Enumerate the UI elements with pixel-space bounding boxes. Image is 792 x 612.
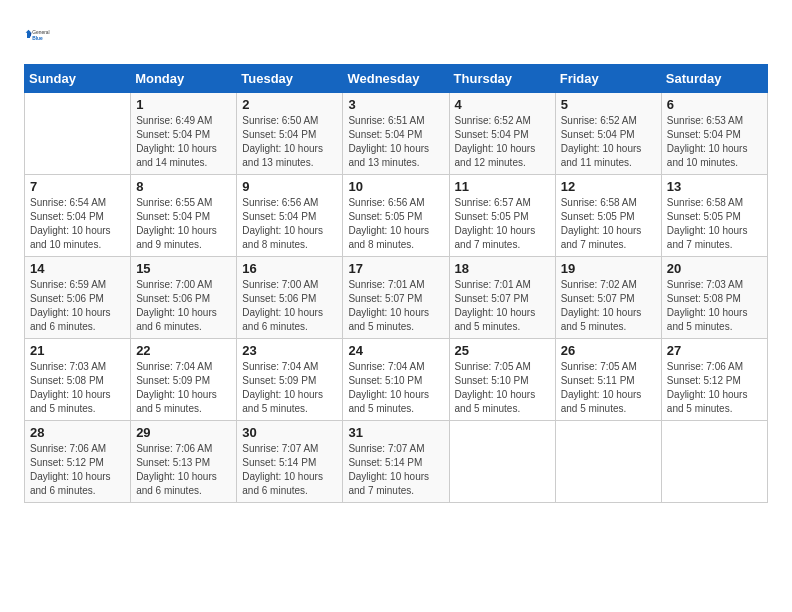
day-detail: Sunrise: 6:58 AM Sunset: 5:05 PM Dayligh… <box>667 196 762 252</box>
day-detail: Sunrise: 7:01 AM Sunset: 5:07 PM Dayligh… <box>348 278 443 334</box>
calendar-cell: 19Sunrise: 7:02 AM Sunset: 5:07 PM Dayli… <box>555 257 661 339</box>
day-number: 31 <box>348 425 443 440</box>
day-number: 2 <box>242 97 337 112</box>
calendar-cell: 24Sunrise: 7:04 AM Sunset: 5:10 PM Dayli… <box>343 339 449 421</box>
day-number: 14 <box>30 261 125 276</box>
svg-marker-3 <box>30 33 32 37</box>
day-number: 19 <box>561 261 656 276</box>
day-detail: Sunrise: 7:07 AM Sunset: 5:14 PM Dayligh… <box>242 442 337 498</box>
day-number: 18 <box>455 261 550 276</box>
calendar-cell: 4Sunrise: 6:52 AM Sunset: 5:04 PM Daylig… <box>449 93 555 175</box>
day-detail: Sunrise: 6:52 AM Sunset: 5:04 PM Dayligh… <box>561 114 656 170</box>
calendar-cell <box>449 421 555 503</box>
calendar-cell: 25Sunrise: 7:05 AM Sunset: 5:10 PM Dayli… <box>449 339 555 421</box>
day-number: 29 <box>136 425 231 440</box>
day-number: 3 <box>348 97 443 112</box>
day-detail: Sunrise: 7:06 AM Sunset: 5:12 PM Dayligh… <box>30 442 125 498</box>
day-detail: Sunrise: 6:51 AM Sunset: 5:04 PM Dayligh… <box>348 114 443 170</box>
calendar-cell: 9Sunrise: 6:56 AM Sunset: 5:04 PM Daylig… <box>237 175 343 257</box>
weekday-header-monday: Monday <box>131 65 237 93</box>
day-detail: Sunrise: 7:01 AM Sunset: 5:07 PM Dayligh… <box>455 278 550 334</box>
day-detail: Sunrise: 6:53 AM Sunset: 5:04 PM Dayligh… <box>667 114 762 170</box>
week-row-0: 1Sunrise: 6:49 AM Sunset: 5:04 PM Daylig… <box>25 93 768 175</box>
day-number: 27 <box>667 343 762 358</box>
day-number: 12 <box>561 179 656 194</box>
calendar-cell: 16Sunrise: 7:00 AM Sunset: 5:06 PM Dayli… <box>237 257 343 339</box>
page: General Blue SundayMondayTuesdayWednesda… <box>0 0 792 612</box>
calendar-cell: 6Sunrise: 6:53 AM Sunset: 5:04 PM Daylig… <box>661 93 767 175</box>
day-number: 6 <box>667 97 762 112</box>
weekday-header-friday: Friday <box>555 65 661 93</box>
day-detail: Sunrise: 6:50 AM Sunset: 5:04 PM Dayligh… <box>242 114 337 170</box>
day-number: 21 <box>30 343 125 358</box>
logo-icon: General Blue <box>24 20 54 50</box>
calendar-cell: 11Sunrise: 6:57 AM Sunset: 5:05 PM Dayli… <box>449 175 555 257</box>
calendar-cell: 23Sunrise: 7:04 AM Sunset: 5:09 PM Dayli… <box>237 339 343 421</box>
header: General Blue <box>24 20 768 50</box>
week-row-2: 14Sunrise: 6:59 AM Sunset: 5:06 PM Dayli… <box>25 257 768 339</box>
day-number: 16 <box>242 261 337 276</box>
calendar-cell: 17Sunrise: 7:01 AM Sunset: 5:07 PM Dayli… <box>343 257 449 339</box>
calendar-cell: 26Sunrise: 7:05 AM Sunset: 5:11 PM Dayli… <box>555 339 661 421</box>
calendar-cell: 18Sunrise: 7:01 AM Sunset: 5:07 PM Dayli… <box>449 257 555 339</box>
svg-text:Blue: Blue <box>32 36 43 41</box>
day-number: 8 <box>136 179 231 194</box>
day-number: 9 <box>242 179 337 194</box>
day-detail: Sunrise: 7:07 AM Sunset: 5:14 PM Dayligh… <box>348 442 443 498</box>
calendar-cell: 27Sunrise: 7:06 AM Sunset: 5:12 PM Dayli… <box>661 339 767 421</box>
day-number: 10 <box>348 179 443 194</box>
calendar-cell: 28Sunrise: 7:06 AM Sunset: 5:12 PM Dayli… <box>25 421 131 503</box>
calendar-cell: 10Sunrise: 6:56 AM Sunset: 5:05 PM Dayli… <box>343 175 449 257</box>
logo: General Blue <box>24 20 54 50</box>
week-row-3: 21Sunrise: 7:03 AM Sunset: 5:08 PM Dayli… <box>25 339 768 421</box>
weekday-header-row: SundayMondayTuesdayWednesdayThursdayFrid… <box>25 65 768 93</box>
day-detail: Sunrise: 7:04 AM Sunset: 5:10 PM Dayligh… <box>348 360 443 416</box>
calendar-cell: 13Sunrise: 6:58 AM Sunset: 5:05 PM Dayli… <box>661 175 767 257</box>
day-number: 28 <box>30 425 125 440</box>
week-row-1: 7Sunrise: 6:54 AM Sunset: 5:04 PM Daylig… <box>25 175 768 257</box>
weekday-header-thursday: Thursday <box>449 65 555 93</box>
day-number: 22 <box>136 343 231 358</box>
day-detail: Sunrise: 7:03 AM Sunset: 5:08 PM Dayligh… <box>667 278 762 334</box>
day-number: 23 <box>242 343 337 358</box>
day-detail: Sunrise: 7:00 AM Sunset: 5:06 PM Dayligh… <box>136 278 231 334</box>
day-number: 15 <box>136 261 231 276</box>
day-detail: Sunrise: 6:56 AM Sunset: 5:04 PM Dayligh… <box>242 196 337 252</box>
calendar-cell: 20Sunrise: 7:03 AM Sunset: 5:08 PM Dayli… <box>661 257 767 339</box>
day-number: 20 <box>667 261 762 276</box>
calendar-cell: 15Sunrise: 7:00 AM Sunset: 5:06 PM Dayli… <box>131 257 237 339</box>
day-detail: Sunrise: 6:55 AM Sunset: 5:04 PM Dayligh… <box>136 196 231 252</box>
weekday-header-sunday: Sunday <box>25 65 131 93</box>
calendar-cell: 12Sunrise: 6:58 AM Sunset: 5:05 PM Dayli… <box>555 175 661 257</box>
day-detail: Sunrise: 7:05 AM Sunset: 5:10 PM Dayligh… <box>455 360 550 416</box>
day-number: 13 <box>667 179 762 194</box>
calendar-cell: 14Sunrise: 6:59 AM Sunset: 5:06 PM Dayli… <box>25 257 131 339</box>
calendar-cell: 2Sunrise: 6:50 AM Sunset: 5:04 PM Daylig… <box>237 93 343 175</box>
day-detail: Sunrise: 6:54 AM Sunset: 5:04 PM Dayligh… <box>30 196 125 252</box>
calendar-cell: 31Sunrise: 7:07 AM Sunset: 5:14 PM Dayli… <box>343 421 449 503</box>
calendar-cell <box>661 421 767 503</box>
day-number: 17 <box>348 261 443 276</box>
day-number: 4 <box>455 97 550 112</box>
day-detail: Sunrise: 6:57 AM Sunset: 5:05 PM Dayligh… <box>455 196 550 252</box>
day-detail: Sunrise: 7:03 AM Sunset: 5:08 PM Dayligh… <box>30 360 125 416</box>
calendar-cell: 21Sunrise: 7:03 AM Sunset: 5:08 PM Dayli… <box>25 339 131 421</box>
calendar-cell: 30Sunrise: 7:07 AM Sunset: 5:14 PM Dayli… <box>237 421 343 503</box>
calendar-cell: 8Sunrise: 6:55 AM Sunset: 5:04 PM Daylig… <box>131 175 237 257</box>
svg-text:General: General <box>32 30 49 35</box>
day-number: 26 <box>561 343 656 358</box>
calendar-cell <box>25 93 131 175</box>
week-row-4: 28Sunrise: 7:06 AM Sunset: 5:12 PM Dayli… <box>25 421 768 503</box>
day-detail: Sunrise: 6:56 AM Sunset: 5:05 PM Dayligh… <box>348 196 443 252</box>
day-number: 1 <box>136 97 231 112</box>
day-detail: Sunrise: 7:04 AM Sunset: 5:09 PM Dayligh… <box>242 360 337 416</box>
day-number: 25 <box>455 343 550 358</box>
calendar-cell: 5Sunrise: 6:52 AM Sunset: 5:04 PM Daylig… <box>555 93 661 175</box>
day-detail: Sunrise: 6:58 AM Sunset: 5:05 PM Dayligh… <box>561 196 656 252</box>
day-detail: Sunrise: 7:06 AM Sunset: 5:12 PM Dayligh… <box>667 360 762 416</box>
day-number: 30 <box>242 425 337 440</box>
day-number: 5 <box>561 97 656 112</box>
day-number: 7 <box>30 179 125 194</box>
calendar-cell: 7Sunrise: 6:54 AM Sunset: 5:04 PM Daylig… <box>25 175 131 257</box>
calendar-cell: 3Sunrise: 6:51 AM Sunset: 5:04 PM Daylig… <box>343 93 449 175</box>
